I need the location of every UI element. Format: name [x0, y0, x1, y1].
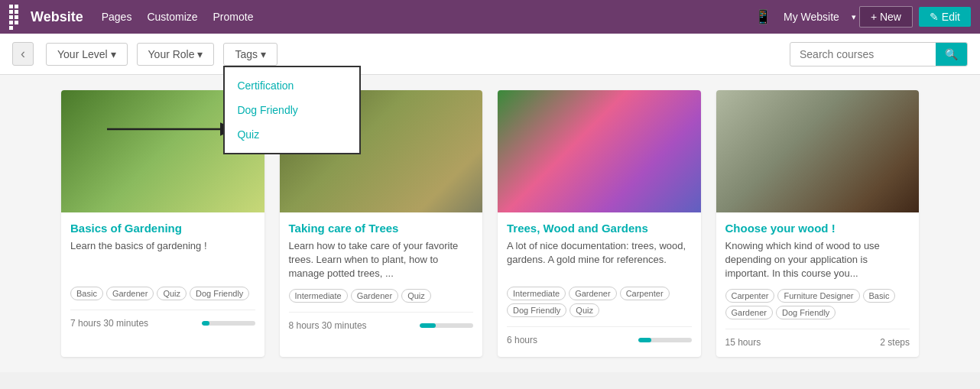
- progress-bar-1: [202, 321, 255, 326]
- search-button[interactable]: 🔍: [936, 43, 967, 66]
- back-button[interactable]: ‹: [12, 42, 34, 66]
- course-duration-3: 6 hours: [507, 335, 537, 345]
- progress-wrap-2: [420, 323, 473, 328]
- card-footer-1: 7 hours 30 minutes: [70, 310, 255, 329]
- tag-dog-friendly-3[interactable]: Dog Friendly: [507, 303, 566, 317]
- course-duration-1: 7 hours 30 minutes: [70, 318, 148, 329]
- course-tags-3: Intermediate Gardener Carpenter Dog Frie…: [507, 287, 692, 317]
- progress-bar-2: [420, 323, 473, 328]
- level-dropdown-button[interactable]: Your Level ▾: [46, 43, 128, 66]
- nav-links: Pages Customize Promote: [102, 11, 254, 23]
- course-desc-2: Learn how to take care of your favorite …: [289, 239, 474, 281]
- role-filter: Your Role ▾: [137, 43, 215, 66]
- tag-gardener[interactable]: Gardener: [106, 287, 154, 300]
- tag-quiz[interactable]: Quiz: [225, 122, 359, 147]
- course-title-4[interactable]: Choose your wood !: [725, 222, 910, 235]
- tag-dog-friendly[interactable]: Dog Friendly: [225, 98, 359, 122]
- nav-pages[interactable]: Pages: [102, 11, 132, 23]
- course-duration-2: 8 hours 30 minutes: [289, 320, 367, 331]
- course-duration-4: 15 hours: [725, 337, 761, 348]
- tag-carpenter-4[interactable]: Carpenter: [725, 289, 775, 303]
- tags-dropdown-button[interactable]: Tags ▾: [223, 43, 277, 66]
- mobile-preview-icon[interactable]: 📱: [754, 8, 771, 25]
- level-filter: Your Level ▾: [46, 43, 128, 66]
- card-body-2: Taking care of Trees Learn how to take c…: [280, 212, 483, 340]
- tags-dropdown-menu: Certification Dog Friendly Quiz: [223, 66, 361, 154]
- course-title-3[interactable]: Trees, Wood and Gardens: [507, 222, 692, 235]
- card-body-1: Basics of Gardening Learn the basics of …: [61, 212, 264, 338]
- progress-wrap-3: [638, 338, 692, 342]
- progress-wrap-1: [202, 321, 255, 326]
- search-area: 🔍: [790, 42, 968, 66]
- card-footer-2: 8 hours 30 minutes: [289, 312, 474, 331]
- tag-quiz-3[interactable]: Quiz: [570, 303, 599, 317]
- progress-bar-3: [638, 338, 692, 342]
- tag-dog-friendly-4[interactable]: Dog Friendly: [776, 306, 836, 319]
- course-desc-1: Learn the basics of gardening !: [70, 239, 255, 279]
- card-body-3: Trees, Wood and Gardens A lot of nice do…: [498, 212, 701, 355]
- grid-icon[interactable]: [9, 5, 23, 30]
- course-image-4: [716, 90, 920, 212]
- course-card-4: Choose your wood ! Knowing which kind of…: [716, 90, 920, 357]
- brand-name: Website: [31, 9, 83, 25]
- course-desc-3: A lot of nice documentation: trees, wood…: [507, 239, 692, 279]
- card-footer-3: 6 hours: [507, 326, 692, 345]
- search-input[interactable]: [790, 44, 936, 65]
- my-website-caret[interactable]: ▾: [852, 12, 856, 22]
- tags-filter: Tags ▾ Certification Dog Friendly Quiz: [223, 43, 277, 66]
- tag-carpenter-3[interactable]: Carpenter: [620, 287, 670, 300]
- course-title-1[interactable]: Basics of Gardening: [70, 222, 255, 235]
- tag-dog-friendly[interactable]: Dog Friendly: [190, 287, 249, 300]
- tag-furniture-4[interactable]: Furniture Designer: [777, 289, 859, 303]
- tag-gardener-4[interactable]: Gardener: [725, 306, 773, 319]
- tag-basic[interactable]: Basic: [70, 287, 103, 300]
- nav-promote[interactable]: Promote: [213, 11, 254, 23]
- course-steps-4: 2 steps: [880, 337, 910, 348]
- tag-quiz[interactable]: Quiz: [157, 287, 187, 300]
- role-dropdown-button[interactable]: Your Role ▾: [137, 43, 215, 66]
- tag-gardener-3[interactable]: Gardener: [569, 287, 616, 300]
- tag-quiz-2[interactable]: Quiz: [401, 289, 431, 303]
- new-button[interactable]: + New: [859, 6, 913, 28]
- card-body-4: Choose your wood ! Knowing which kind of…: [716, 212, 920, 357]
- course-tags-1: Basic Gardener Quiz Dog Friendly: [70, 287, 255, 300]
- tag-intermediate-3[interactable]: Intermediate: [507, 287, 566, 300]
- course-tags-2: Intermediate Gardener Quiz: [289, 289, 474, 303]
- tag-gardener-2[interactable]: Gardener: [351, 289, 398, 303]
- course-title-2[interactable]: Taking care of Trees: [289, 222, 474, 235]
- course-tags-4: Carpenter Furniture Designer Basic Garde…: [725, 289, 910, 319]
- course-desc-4: Knowing which kind of wood to use depend…: [725, 239, 910, 281]
- tag-certification[interactable]: Certification: [225, 73, 359, 98]
- course-image-3: [498, 90, 701, 212]
- my-website-link[interactable]: My Website: [784, 11, 839, 23]
- course-card-3: Trees, Wood and Gardens A lot of nice do…: [498, 90, 701, 357]
- tag-basic-4[interactable]: Basic: [863, 289, 896, 303]
- top-navigation: Website Pages Customize Promote 📱 My Web…: [0, 0, 980, 34]
- tag-intermediate[interactable]: Intermediate: [289, 289, 348, 303]
- edit-button[interactable]: ✎ Edit: [919, 7, 971, 27]
- card-footer-4: 15 hours 2 steps: [725, 329, 910, 348]
- nav-customize[interactable]: Customize: [147, 11, 197, 23]
- filter-bar: ‹ Your Level ▾ Your Role ▾ Tags ▾ Certif…: [0, 34, 980, 75]
